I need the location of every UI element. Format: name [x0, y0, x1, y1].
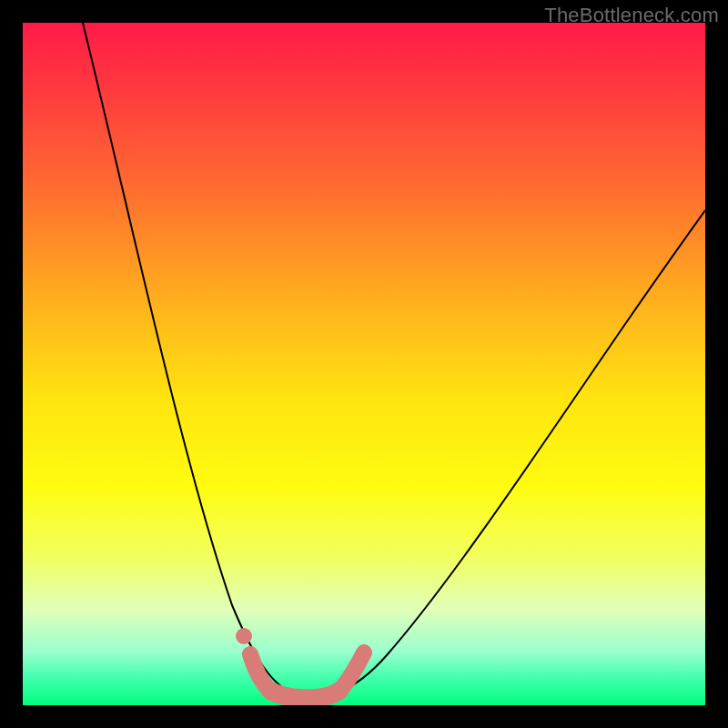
- chart-svg: [23, 23, 705, 705]
- curve-main: [83, 23, 705, 697]
- chart-frame: [23, 23, 705, 705]
- watermark-text: TheBottleneck.com: [544, 4, 719, 27]
- pink-right-stem: [341, 652, 364, 689]
- pink-basin: [270, 691, 339, 698]
